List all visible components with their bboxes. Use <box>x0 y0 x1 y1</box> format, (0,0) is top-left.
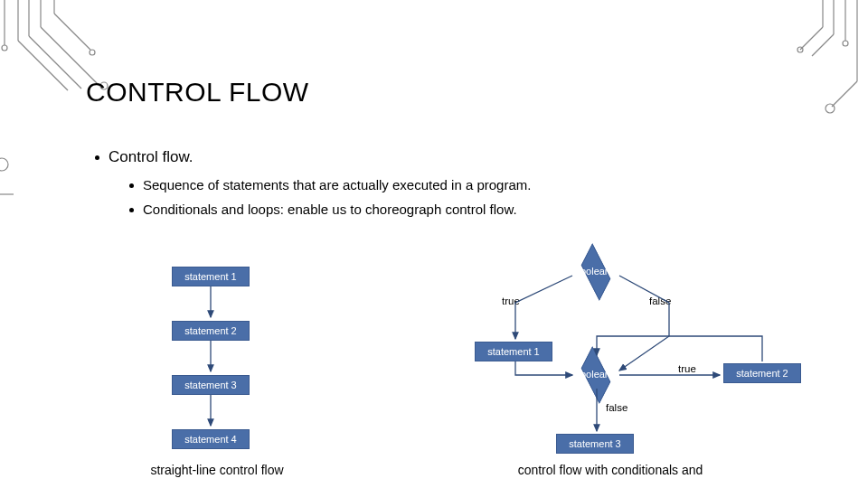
bullet-sub-2: Conditionals and loops: enable us to cho… <box>129 202 823 217</box>
bullet-sub-1-text: Sequence of statements that are actually… <box>143 177 531 192</box>
bullet-main-text: Control flow. <box>108 148 193 166</box>
svg-point-9 <box>2 45 7 51</box>
bullet-dot-icon <box>95 155 99 160</box>
svg-line-13 <box>800 27 823 50</box>
svg-line-18 <box>832 81 857 107</box>
svg-point-11 <box>90 50 95 55</box>
svg-line-3 <box>29 36 81 89</box>
bullet-sub-2-text: Conditionals and loops: enable us to cho… <box>143 202 517 217</box>
caption-right: control flow with conditionals and <box>475 463 746 477</box>
svg-line-15 <box>812 34 834 56</box>
svg-point-21 <box>843 41 848 46</box>
svg-point-22 <box>0 158 8 171</box>
circuit-decoration-mid-left <box>0 154 18 208</box>
bullet-dot-icon <box>129 183 134 188</box>
caption-left: straight-line control flow <box>127 463 307 477</box>
bullet-main: Control flow. <box>95 148 823 166</box>
svg-line-1 <box>18 41 68 90</box>
bullet-sub-1: Sequence of statements that are actually… <box>129 177 823 192</box>
svg-point-20 <box>826 104 835 113</box>
svg-point-19 <box>797 47 803 52</box>
page-title: CONTROL FLOW <box>86 77 823 108</box>
bullet-dot-icon <box>129 208 134 212</box>
flow-arrows-right <box>452 253 814 461</box>
svg-line-7 <box>54 14 90 50</box>
flow-arrows-left <box>172 267 250 447</box>
